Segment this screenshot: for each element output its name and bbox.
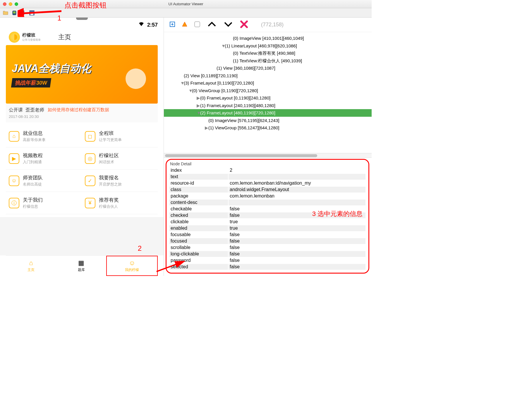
node-detail-value: false (229, 264, 365, 270)
expand-icon[interactable] (170, 22, 175, 28)
tree-node[interactable]: (1) View [360,1086][720,1087] (164, 64, 372, 72)
feature-cell[interactable]: ✓ 我要报名 开启梦想之旅 (82, 170, 158, 192)
node-detail-value: com.lemon.lemonban (229, 193, 365, 199)
up-arrow-icon[interactable] (207, 21, 217, 28)
feature-cell[interactable]: ¥ 推荐有奖 柠檬合伙人 (82, 192, 158, 214)
tree-node[interactable]: (0) TextView:推荐有奖 [490,988] (164, 49, 372, 57)
down-arrow-icon[interactable] (224, 21, 233, 28)
tab-label: 主页 (28, 267, 35, 272)
node-detail-value: false (229, 232, 365, 238)
screenshot-button[interactable] (11, 10, 18, 16)
node-detail-key: checked (169, 212, 228, 218)
tree-node[interactable]: (0) ImageView [576,1195][624,1243] (164, 117, 372, 124)
node-detail-value: false (229, 257, 365, 263)
tree-node[interactable]: ▼(3) FrameLayout [0,1190][720,1280] (164, 79, 372, 87)
svg-line-6 (20, 11, 61, 13)
course-info-row[interactable]: 公开课 歪歪老师 2017-08-31 20:30 如何使用存储过程创建百万数据 (6, 104, 158, 122)
node-detail-row: selectedfalse (169, 264, 365, 270)
close-icon[interactable] (3, 2, 6, 6)
feature-subtitle: 柠檬信息 (23, 204, 43, 209)
minimize-icon[interactable] (9, 2, 12, 6)
feature-grid: ⌂ 就业信息 高薪等你来拿◻ 全程班 让学习更简单▶ 视频教程 入门到精通◎ 柠… (0, 122, 164, 217)
tree-node[interactable]: ▼(0) ViewGroup [0,1190][720,1280] (164, 87, 372, 95)
node-detail-row: scrollablefalse (169, 245, 365, 250)
feature-subtitle: 闲话技术 (99, 159, 119, 165)
tree-node[interactable]: (0) ImageView [410,1001][460,1049] (164, 35, 372, 42)
tree-node[interactable]: ▼(2) FrameLayout [480,1190][720,1280] (164, 109, 372, 117)
annotation-1-number: 1 (57, 14, 61, 22)
annotation-1-arrow-icon (18, 8, 61, 17)
node-detail-key: content-desc (169, 200, 228, 205)
node-detail-value: android.widget.FrameLayout (229, 187, 365, 193)
tree-node[interactable]: (1) TextView:柠檬合伙人 [490,1039] (164, 57, 372, 65)
app-header: 柠檬班 让学习变得简单 主页 (0, 29, 164, 45)
phone-speaker-icon (76, 18, 88, 20)
node-detail-key: long-clickable (169, 251, 228, 257)
feature-title: 我要报名 (99, 174, 122, 181)
tree-node[interactable]: ▼(1) LinearLayout [460,978][620,1086] (164, 42, 372, 50)
tab-icon: ▦ (78, 259, 84, 267)
node-detail-key: package (169, 193, 228, 199)
maximize-icon[interactable] (15, 2, 18, 6)
annotation-1-text: 点击截图按钮 (64, 1, 107, 10)
open-folder-button[interactable] (2, 10, 9, 16)
node-detail-row: long-clickablefalse (169, 251, 365, 257)
main-split: 2:57 柠檬班 让学习变得简单 主页 JAVA全栈自动化 挑战年薪30W 公开… (0, 18, 372, 276)
node-detail-row: packagecom.lemon.lemonban (169, 193, 365, 199)
svg-rect-1 (13, 11, 16, 13)
feature-cell[interactable]: ⓘ 关于我们 柠檬信息 (6, 192, 82, 214)
tab-label: 题库 (78, 267, 85, 272)
feature-cell[interactable]: ▶ 视频教程 入门到精通 (6, 147, 82, 169)
app-logo-title: 柠檬班 (22, 32, 41, 38)
feature-title: 视频教程 (23, 152, 43, 159)
feature-icon: ⌂ (9, 131, 19, 142)
bottom-tabs: ⌂ 主页▦ 题库☺ 我的柠檬 (6, 255, 158, 276)
checkbox[interactable] (194, 21, 200, 28)
promo-banner[interactable]: JAVA全栈自动化 挑战年薪30W (6, 45, 158, 104)
clock: 2:57 (147, 22, 158, 28)
feature-icon: ☺ (9, 176, 19, 186)
warning-icon[interactable] (182, 22, 187, 28)
node-detail-row: clickabletrue (169, 219, 365, 225)
node-detail-value (229, 174, 365, 180)
horizontal-scrollbar[interactable] (164, 153, 372, 158)
node-detail-key: scrollable (169, 245, 228, 250)
annotation-2-arrow-icon (155, 258, 187, 273)
node-detail-row: resource-idcom.lemon.lemonban:id/navigat… (169, 180, 365, 186)
close-x-icon[interactable] (240, 20, 248, 30)
node-detail-table: index2textresource-idcom.lemon.lemonban:… (169, 167, 366, 270)
status-bar: 2:57 (0, 20, 164, 29)
course-title: 如何使用存储过程创建百万数据 (48, 107, 155, 119)
node-detail-title: Node Detail (169, 161, 366, 167)
feature-cell[interactable]: ⌂ 就业信息 高薪等你来拿 (6, 125, 82, 147)
node-detail-value: false (229, 245, 365, 250)
feature-subtitle: 名师出高徒 (23, 182, 43, 187)
bottom-tab[interactable]: ☺ 我的柠檬 (106, 256, 158, 276)
tree-node[interactable]: ▶(0) FrameLayout [0,1190][240,1280] (164, 94, 372, 102)
tree-node[interactable]: ▶(1) FrameLayout [240,1190][480,1280] (164, 102, 372, 109)
feature-icon: ▶ (9, 153, 19, 164)
coordinates: (772,158) (261, 22, 284, 28)
device-preview-pane: 2:57 柠檬班 让学习变得简单 主页 JAVA全栈自动化 挑战年薪30W 公开… (0, 18, 164, 276)
hierarchy-tree[interactable]: (0) ImageView [410,1001][460,1049]▼(1) L… (164, 32, 372, 153)
node-detail-value: false (229, 238, 365, 244)
bottom-tab[interactable]: ⌂ 主页 (6, 256, 56, 276)
node-detail-key: index (169, 167, 228, 173)
app-logo-icon (9, 32, 20, 43)
node-detail-row: content-desc (169, 200, 365, 205)
feature-cell[interactable]: ◻ 全程班 让学习更简单 (82, 125, 158, 147)
feature-icon: ◎ (85, 153, 95, 164)
node-detail-row: focusablefalse (169, 232, 365, 238)
feature-cell[interactable]: ☺ 师资团队 名师出高徒 (6, 170, 82, 192)
titlebar: UI Automator Viewer (0, 0, 372, 8)
feature-subtitle: 开启梦想之旅 (99, 182, 122, 187)
tree-node[interactable]: (2) View [0,1189][720,1190] (164, 72, 372, 80)
bottom-tab[interactable]: ▦ 题库 (56, 256, 107, 276)
traffic-lights (3, 2, 18, 6)
tree-node[interactable]: ▶(1) ViewGroup [556,1247][644,1280] (164, 124, 372, 132)
node-detail-row: index2 (169, 167, 365, 173)
svg-line-8 (157, 261, 184, 272)
node-detail-row: focusedfalse (169, 238, 365, 244)
feature-cell[interactable]: ◎ 柠檬社区 闲话技术 (82, 147, 158, 169)
feature-title: 就业信息 (23, 130, 46, 137)
